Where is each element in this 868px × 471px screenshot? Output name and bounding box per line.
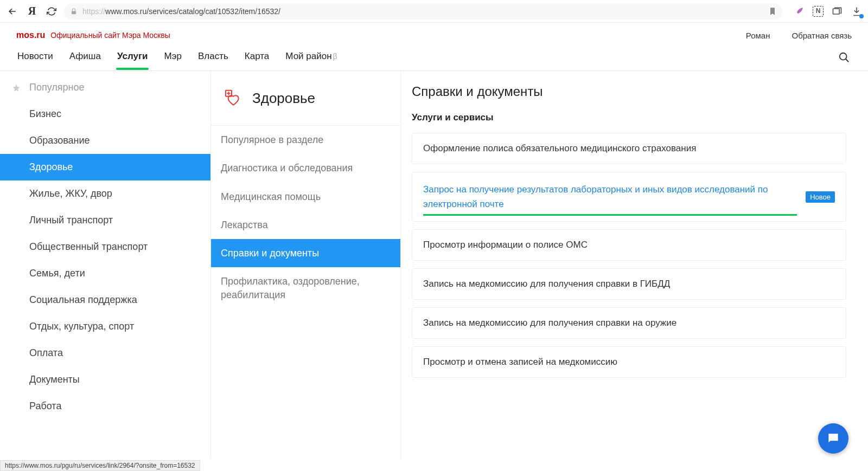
yandex-button[interactable]: Я (25, 4, 39, 18)
sidebar-item-label: Популярное (29, 82, 85, 93)
tab-services[interactable]: Услуги (116, 51, 149, 69)
brand[interactable]: mos.ru Официальный сайт Мэра Москвы (16, 30, 170, 40)
sidebar-item-label: Жилье, ЖКУ, двор (29, 188, 112, 199)
windows-icon[interactable] (831, 5, 843, 17)
service-label: Запись на медкомиссию для получения спра… (423, 318, 676, 328)
star-icon (12, 83, 21, 92)
sidebar-item-label: Бизнес (29, 108, 61, 120)
health-icon (221, 87, 242, 109)
browser-toolbar: Я https://www.mos.ru/services/catalog/ca… (0, 0, 868, 23)
subcat-medical-help[interactable]: Медицинская помощь (211, 183, 400, 211)
category-title: Здоровье (252, 90, 315, 107)
extensions: N (788, 5, 863, 17)
feather-icon[interactable] (793, 5, 805, 17)
svg-rect-1 (833, 9, 840, 14)
sidebar-item-label: Личный транспорт (29, 215, 113, 226)
download-icon[interactable] (851, 5, 863, 17)
content-body: Популярное Бизнес Образование Здоровье Ж… (0, 71, 868, 459)
svg-rect-0 (72, 11, 76, 14)
subcat-diagnostics[interactable]: Диагностика и обследования (211, 154, 400, 182)
tab-afisha[interactable]: Афиша (68, 51, 102, 69)
sidebar-item-label: Общественный транспорт (29, 241, 148, 253)
sidebar-item-work[interactable]: Работа (0, 393, 210, 420)
category-header: Здоровье (211, 71, 400, 126)
service-item-oms-policy[interactable]: Оформление полиса обязательного медицинс… (412, 133, 846, 164)
service-label: Просмотр и отмена записей на медкомиссию (423, 357, 617, 367)
service-item-cancel-appointments[interactable]: Просмотр и отмена записей на медкомиссию (412, 346, 846, 378)
sidebar-item-payment[interactable]: Оплата (0, 340, 210, 366)
sidebar-item-education[interactable]: Образование (0, 127, 210, 154)
sidebar-item-label: Документы (29, 374, 80, 385)
content-heading: Справки и документы (412, 84, 846, 99)
sidebar-item-business[interactable]: Бизнес (0, 101, 210, 127)
services-panel: Справки и документы Услуги и сервисы Офо… (401, 71, 868, 459)
service-item-weapon-cert[interactable]: Запись на медкомиссию для получения спра… (412, 307, 846, 339)
service-item-lab-results[interactable]: Запрос на получение результатов лаборато… (412, 172, 846, 222)
service-label: Просмотр информации о полисе ОМС (423, 240, 588, 250)
sidebar-item-label: Отдых, культура, спорт (29, 321, 134, 332)
search-button[interactable] (837, 50, 852, 65)
status-bar: https://www.mos.ru/pgu/ru/services/link/… (0, 460, 200, 471)
subcat-popular[interactable]: Популярное в разделе (211, 126, 400, 154)
sidebar-item-label: Семья, дети (29, 268, 85, 279)
subcat-medicines[interactable]: Лекарства (211, 211, 400, 239)
sidebar-item-label: Образование (29, 135, 90, 146)
extension-n-icon[interactable]: N (813, 6, 824, 17)
tab-news[interactable]: Новости (16, 51, 54, 69)
lock-icon (69, 7, 78, 16)
sidebar-item-social[interactable]: Социальная поддержка (0, 287, 210, 313)
sidebar-item-family[interactable]: Семья, дети (0, 260, 210, 287)
sidebar-item-health[interactable]: Здоровье (0, 154, 210, 180)
tab-district[interactable]: Мой районβ (284, 51, 338, 69)
tab-authority[interactable]: Власть (197, 51, 229, 69)
service-item-gibdd-cert[interactable]: Запись на медкомиссию для получения спра… (412, 268, 846, 300)
user-name-link[interactable]: Роман (746, 31, 770, 40)
back-button[interactable] (5, 4, 20, 18)
sidebar-item-personal-transport[interactable]: Личный транспорт (0, 207, 210, 234)
tab-map[interactable]: Карта (244, 51, 271, 69)
sidebar-item-label: Работа (29, 401, 61, 412)
subcat-prevention[interactable]: Профилактика, оздоровление, реабилитация (211, 267, 400, 309)
content-subtitle: Услуги и сервисы (412, 112, 846, 123)
service-item-oms-info[interactable]: Просмотр информации о полисе ОМС (412, 229, 846, 261)
sidebar-item-popular[interactable]: Популярное (0, 74, 210, 101)
svg-point-2 (840, 53, 847, 60)
sidebar-item-housing[interactable]: Жилье, ЖКУ, двор (0, 180, 210, 207)
sidebar-item-leisure[interactable]: Отдых, культура, спорт (0, 313, 210, 340)
service-label: Оформление полиса обязательного медицинс… (423, 143, 696, 154)
sidebar: Популярное Бизнес Образование Здоровье Ж… (0, 71, 211, 459)
subcategory-panel: Здоровье Популярное в разделе Диагностик… (211, 71, 401, 459)
feedback-link[interactable]: Обратная связь (792, 31, 852, 40)
sidebar-item-documents[interactable]: Документы (0, 366, 210, 393)
main-nav-tabs: Новости Афиша Услуги Мэр Власть Карта Мо… (16, 51, 339, 69)
sidebar-item-public-transport[interactable]: Общественный транспорт (0, 234, 210, 260)
service-label: Запись на медкомиссию для получения спра… (423, 279, 670, 289)
subcat-certificates[interactable]: Справки и документы (211, 239, 400, 267)
url-text: https://www.mos.ru/services/catalog/cat/… (82, 7, 280, 16)
chat-button[interactable] (818, 423, 848, 454)
bookmark-icon[interactable] (768, 7, 777, 16)
site-header: mos.ru Официальный сайт Мэра Москвы Рома… (0, 23, 868, 71)
service-label: Запрос на получение результатов лаборато… (423, 182, 797, 211)
tab-mayor[interactable]: Мэр (163, 51, 182, 69)
sidebar-item-label: Социальная поддержка (29, 294, 137, 306)
sidebar-item-label: Здоровье (29, 162, 73, 173)
site-logo: mos.ru (16, 30, 45, 40)
reload-button[interactable] (44, 4, 59, 18)
site-tagline: Официальный сайт Мэра Москвы (50, 31, 170, 40)
new-badge: Новое (806, 191, 835, 203)
sidebar-item-label: Оплата (29, 347, 63, 359)
address-bar[interactable]: https://www.mos.ru/services/catalog/cat/… (64, 3, 782, 20)
